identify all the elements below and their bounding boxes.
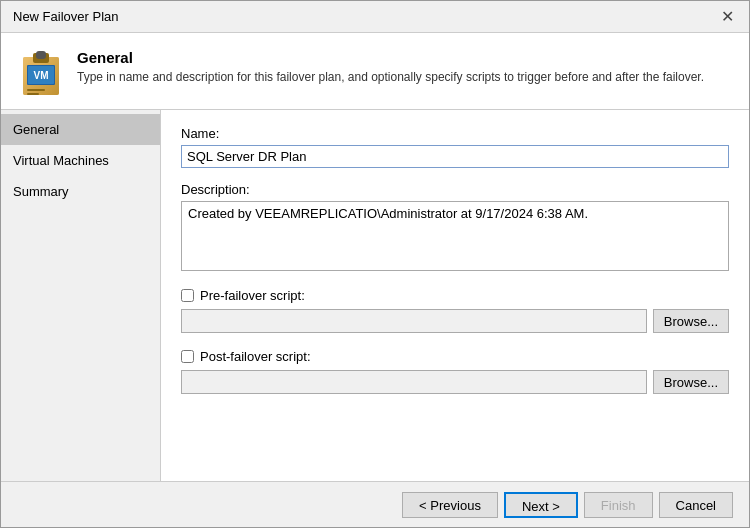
pre-failover-input-row: Browse...	[181, 309, 729, 333]
sidebar: General Virtual Machines Summary	[1, 110, 161, 481]
post-failover-path-input[interactable]	[181, 370, 647, 394]
post-failover-browse-button[interactable]: Browse...	[653, 370, 729, 394]
svg-rect-8	[27, 93, 39, 95]
dialog-window: New Failover Plan ✕ VM	[0, 0, 750, 528]
svg-rect-3	[36, 51, 46, 59]
post-failover-checkbox[interactable]	[181, 350, 194, 363]
pre-failover-checkbox[interactable]	[181, 289, 194, 302]
sidebar-item-summary[interactable]: Summary	[1, 176, 160, 207]
header-text: General Type in name and description for…	[77, 49, 704, 84]
description-group: Description: Created by VEEAMREPLICATIO\…	[181, 182, 729, 274]
next-button[interactable]: Next >	[504, 492, 578, 518]
title-bar: New Failover Plan ✕	[1, 1, 749, 33]
content-area: General Virtual Machines Summary Name:	[1, 110, 749, 481]
pre-failover-browse-button[interactable]: Browse...	[653, 309, 729, 333]
post-failover-label: Post-failover script:	[200, 349, 311, 364]
pre-failover-row: Pre-failover script:	[181, 288, 729, 303]
name-input[interactable]	[181, 145, 729, 168]
header-title: General	[77, 49, 704, 66]
window-title: New Failover Plan	[13, 9, 119, 24]
header-description: Type in name and description for this fa…	[77, 70, 704, 84]
pre-failover-label: Pre-failover script:	[200, 288, 305, 303]
svg-rect-7	[27, 89, 45, 91]
description-textarea[interactable]: Created by VEEAMREPLICATIO\Administrator…	[181, 201, 729, 271]
dialog-body: VM General Type in name and description …	[1, 33, 749, 481]
previous-button[interactable]: < Previous	[402, 492, 498, 518]
vm-icon: VM	[17, 49, 65, 97]
sidebar-item-virtual-machines[interactable]: Virtual Machines	[1, 145, 160, 176]
finish-button[interactable]: Finish	[584, 492, 653, 518]
header-section: VM General Type in name and description …	[1, 33, 749, 110]
svg-text:VM: VM	[34, 70, 49, 81]
description-label: Description:	[181, 182, 729, 197]
name-label: Name:	[181, 126, 729, 141]
footer: < Previous Next > Finish Cancel	[1, 481, 749, 527]
main-content: Name: Description: Created by VEEAMREPLI…	[161, 110, 749, 481]
post-failover-input-row: Browse...	[181, 370, 729, 394]
sidebar-item-general[interactable]: General	[1, 114, 160, 145]
pre-failover-path-input[interactable]	[181, 309, 647, 333]
name-group: Name:	[181, 126, 729, 168]
close-button[interactable]: ✕	[717, 7, 737, 27]
post-failover-row: Post-failover script:	[181, 349, 729, 364]
cancel-button[interactable]: Cancel	[659, 492, 733, 518]
